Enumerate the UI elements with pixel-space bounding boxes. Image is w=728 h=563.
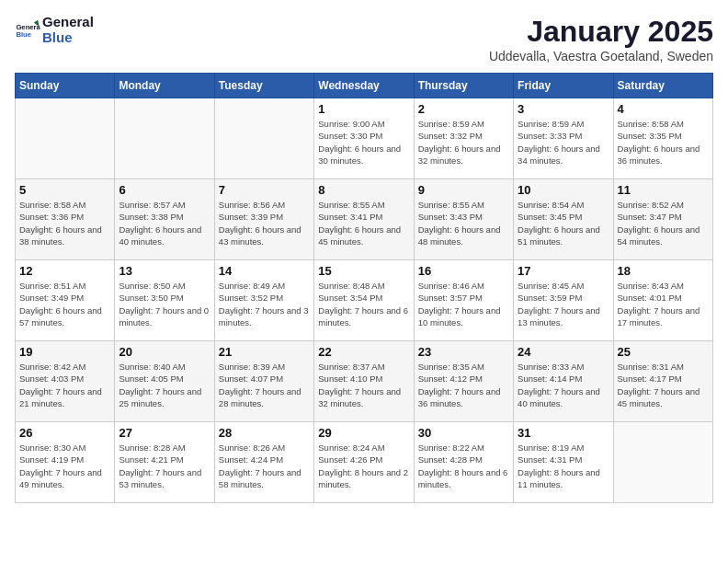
day-info: Sunrise: 8:30 AM Sunset: 4:19 PM Dayligh… (19, 442, 110, 490)
day-info: Sunrise: 8:42 AM Sunset: 4:03 PM Dayligh… (19, 361, 110, 409)
day-info: Sunrise: 8:43 AM Sunset: 4:01 PM Dayligh… (618, 280, 709, 328)
day-number: 28 (219, 426, 310, 440)
day-number: 23 (418, 345, 509, 359)
day-info: Sunrise: 8:39 AM Sunset: 4:07 PM Dayligh… (219, 361, 310, 409)
day-number: 18 (618, 264, 709, 278)
weekday-header-wednesday: Wednesday (314, 74, 414, 98)
day-info: Sunrise: 8:40 AM Sunset: 4:05 PM Dayligh… (119, 361, 210, 409)
day-info: Sunrise: 8:19 AM Sunset: 4:31 PM Dayligh… (518, 442, 609, 490)
day-info: Sunrise: 8:54 AM Sunset: 3:45 PM Dayligh… (518, 199, 609, 247)
logo-text: General Blue (42, 15, 94, 45)
day-number: 25 (618, 345, 709, 359)
weekday-header-tuesday: Tuesday (214, 74, 313, 98)
week-row-4: 19Sunrise: 8:42 AM Sunset: 4:03 PM Dayli… (16, 341, 713, 422)
day-info: Sunrise: 8:58 AM Sunset: 3:35 PM Dayligh… (618, 118, 709, 167)
day-info: Sunrise: 8:31 AM Sunset: 4:17 PM Dayligh… (618, 361, 709, 409)
weekday-header-monday: Monday (115, 74, 214, 98)
calendar-cell: 13Sunrise: 8:50 AM Sunset: 3:50 PM Dayli… (115, 260, 214, 341)
day-info: Sunrise: 8:22 AM Sunset: 4:28 PM Dayligh… (418, 442, 509, 490)
day-info: Sunrise: 8:33 AM Sunset: 4:14 PM Dayligh… (518, 361, 609, 409)
calendar-table: SundayMondayTuesdayWednesdayThursdayFrid… (15, 73, 713, 503)
week-row-5: 26Sunrise: 8:30 AM Sunset: 4:19 PM Dayli… (16, 422, 713, 503)
day-number: 26 (19, 426, 110, 440)
day-info: Sunrise: 8:48 AM Sunset: 3:54 PM Dayligh… (318, 280, 409, 328)
week-row-3: 12Sunrise: 8:51 AM Sunset: 3:49 PM Dayli… (16, 260, 713, 341)
day-info: Sunrise: 8:35 AM Sunset: 4:12 PM Dayligh… (418, 361, 509, 409)
day-number: 10 (518, 183, 609, 197)
day-info: Sunrise: 8:52 AM Sunset: 3:47 PM Dayligh… (618, 199, 709, 247)
logo-icon: General Blue (15, 17, 40, 43)
weekday-header-sunday: Sunday (16, 74, 115, 98)
day-number: 27 (119, 426, 210, 440)
day-info: Sunrise: 8:24 AM Sunset: 4:26 PM Dayligh… (318, 442, 409, 490)
day-info: Sunrise: 8:50 AM Sunset: 3:50 PM Dayligh… (119, 280, 210, 328)
header: General Blue General Blue January 2025 U… (15, 15, 713, 63)
day-info: Sunrise: 8:58 AM Sunset: 3:36 PM Dayligh… (19, 199, 110, 247)
day-number: 31 (518, 426, 609, 440)
calendar-cell: 29Sunrise: 8:24 AM Sunset: 4:26 PM Dayli… (314, 422, 414, 503)
day-number: 22 (318, 345, 409, 359)
calendar-cell (613, 422, 712, 503)
day-number: 19 (19, 345, 110, 359)
week-row-2: 5Sunrise: 8:58 AM Sunset: 3:36 PM Daylig… (16, 179, 713, 260)
day-number: 24 (518, 345, 609, 359)
calendar-cell: 2Sunrise: 8:59 AM Sunset: 3:32 PM Daylig… (414, 98, 513, 179)
svg-text:Blue: Blue (16, 30, 31, 39)
day-number: 30 (418, 426, 509, 440)
day-number: 9 (418, 183, 509, 197)
weekday-header-thursday: Thursday (414, 74, 513, 98)
calendar-cell: 27Sunrise: 8:28 AM Sunset: 4:21 PM Dayli… (115, 422, 214, 503)
day-number: 4 (618, 102, 709, 116)
day-number: 1 (318, 102, 409, 116)
calendar-cell: 8Sunrise: 8:55 AM Sunset: 3:41 PM Daylig… (314, 179, 414, 260)
day-info: Sunrise: 8:56 AM Sunset: 3:39 PM Dayligh… (219, 199, 310, 247)
day-info: Sunrise: 8:59 AM Sunset: 3:33 PM Dayligh… (518, 118, 609, 167)
day-info: Sunrise: 8:37 AM Sunset: 4:10 PM Dayligh… (318, 361, 409, 409)
calendar-cell: 7Sunrise: 8:56 AM Sunset: 3:39 PM Daylig… (214, 179, 313, 260)
day-number: 16 (418, 264, 509, 278)
calendar-cell: 1Sunrise: 9:00 AM Sunset: 3:30 PM Daylig… (314, 98, 414, 179)
calendar-cell: 12Sunrise: 8:51 AM Sunset: 3:49 PM Dayli… (16, 260, 115, 341)
day-number: 3 (518, 102, 609, 116)
calendar-cell: 4Sunrise: 8:58 AM Sunset: 3:35 PM Daylig… (613, 98, 712, 179)
day-info: Sunrise: 8:51 AM Sunset: 3:49 PM Dayligh… (19, 280, 110, 328)
calendar-cell: 31Sunrise: 8:19 AM Sunset: 4:31 PM Dayli… (514, 422, 613, 503)
week-row-1: 1Sunrise: 9:00 AM Sunset: 3:30 PM Daylig… (16, 98, 713, 179)
calendar-cell: 19Sunrise: 8:42 AM Sunset: 4:03 PM Dayli… (16, 341, 115, 422)
day-info: Sunrise: 8:49 AM Sunset: 3:52 PM Dayligh… (219, 280, 310, 328)
calendar-cell: 21Sunrise: 8:39 AM Sunset: 4:07 PM Dayli… (214, 341, 313, 422)
calendar-cell (115, 98, 214, 179)
calendar-cell: 26Sunrise: 8:30 AM Sunset: 4:19 PM Dayli… (16, 422, 115, 503)
calendar-cell: 28Sunrise: 8:26 AM Sunset: 4:24 PM Dayli… (214, 422, 313, 503)
day-number: 6 (119, 183, 210, 197)
day-number: 11 (618, 183, 709, 197)
logo: General Blue General Blue (15, 15, 94, 45)
day-info: Sunrise: 8:57 AM Sunset: 3:38 PM Dayligh… (119, 199, 210, 247)
calendar-cell: 14Sunrise: 8:49 AM Sunset: 3:52 PM Dayli… (214, 260, 313, 341)
day-info: Sunrise: 8:55 AM Sunset: 3:43 PM Dayligh… (418, 199, 509, 247)
day-number: 20 (119, 345, 210, 359)
calendar-cell: 24Sunrise: 8:33 AM Sunset: 4:14 PM Dayli… (514, 341, 613, 422)
calendar-cell: 6Sunrise: 8:57 AM Sunset: 3:38 PM Daylig… (115, 179, 214, 260)
calendar-cell: 23Sunrise: 8:35 AM Sunset: 4:12 PM Dayli… (414, 341, 513, 422)
day-info: Sunrise: 8:26 AM Sunset: 4:24 PM Dayligh… (219, 442, 310, 490)
day-number: 14 (219, 264, 310, 278)
calendar-cell: 20Sunrise: 8:40 AM Sunset: 4:05 PM Dayli… (115, 341, 214, 422)
calendar-cell: 17Sunrise: 8:45 AM Sunset: 3:59 PM Dayli… (514, 260, 613, 341)
day-number: 15 (318, 264, 409, 278)
day-number: 29 (318, 426, 409, 440)
month-title: January 2025 (489, 15, 713, 49)
calendar-cell: 15Sunrise: 8:48 AM Sunset: 3:54 PM Dayli… (314, 260, 414, 341)
calendar-cell: 22Sunrise: 8:37 AM Sunset: 4:10 PM Dayli… (314, 341, 414, 422)
subtitle: Uddevalla, Vaestra Goetaland, Sweden (489, 49, 713, 63)
weekday-header-row: SundayMondayTuesdayWednesdayThursdayFrid… (16, 74, 713, 98)
day-info: Sunrise: 8:46 AM Sunset: 3:57 PM Dayligh… (418, 280, 509, 328)
day-number: 8 (318, 183, 409, 197)
day-info: Sunrise: 8:28 AM Sunset: 4:21 PM Dayligh… (119, 442, 210, 490)
day-number: 5 (19, 183, 110, 197)
calendar-cell: 16Sunrise: 8:46 AM Sunset: 3:57 PM Dayli… (414, 260, 513, 341)
calendar-cell: 18Sunrise: 8:43 AM Sunset: 4:01 PM Dayli… (613, 260, 712, 341)
calendar-cell: 11Sunrise: 8:52 AM Sunset: 3:47 PM Dayli… (613, 179, 712, 260)
calendar-cell: 5Sunrise: 8:58 AM Sunset: 3:36 PM Daylig… (16, 179, 115, 260)
calendar-cell (16, 98, 115, 179)
